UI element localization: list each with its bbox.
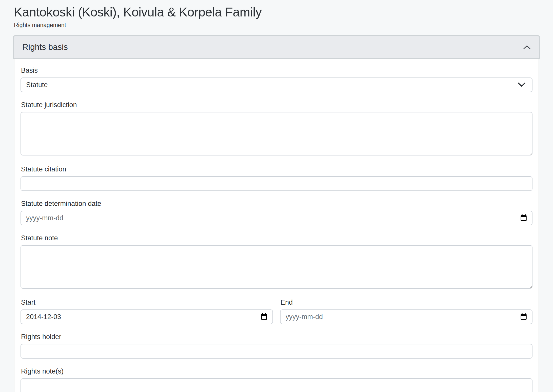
basis-field: Basis Statute (21, 66, 532, 92)
chevron-up-icon (523, 45, 531, 49)
statute-citation-label: Statute citation (21, 165, 532, 173)
end-date-input[interactable] (281, 310, 519, 324)
start-input-wrap (21, 309, 273, 324)
page-title: Kantokoski (Koski), Koivula & Korpela Fa… (14, 5, 539, 20)
rights-holder-field: Rights holder (21, 333, 532, 359)
page-header: Kantokoski (Koski), Koivula & Korpela Fa… (0, 0, 553, 29)
calendar-icon[interactable] (519, 312, 528, 321)
statute-note-label: Statute note (21, 234, 532, 242)
rights-basis-section-header[interactable]: Rights basis (13, 35, 540, 59)
rights-basis-form: Basis Statute Statute jurisdiction Statu… (14, 59, 539, 392)
basis-label: Basis (21, 66, 532, 74)
statute-jurisdiction-textarea[interactable] (21, 112, 532, 155)
end-field: End (280, 298, 532, 324)
statute-jurisdiction-field: Statute jurisdiction (21, 101, 532, 156)
rights-holder-label: Rights holder (21, 333, 532, 341)
statute-determination-date-input-wrap (21, 211, 532, 225)
rights-basis-section: Rights basis Basis Statute Statute juris… (13, 35, 540, 392)
rights-notes-textarea[interactable] (21, 378, 532, 392)
statute-determination-date-input[interactable] (21, 211, 519, 225)
statute-jurisdiction-label: Statute jurisdiction (21, 101, 532, 109)
start-date-input[interactable] (21, 310, 260, 324)
end-input-wrap (280, 309, 532, 324)
statute-citation-field: Statute citation (21, 165, 532, 191)
statute-determination-date-field: Statute determination date (21, 200, 532, 225)
basis-selected-value: Statute (26, 81, 48, 89)
statute-determination-date-label: Statute determination date (21, 200, 532, 208)
statute-citation-input[interactable] (21, 176, 532, 191)
date-range-row: Start End (21, 298, 532, 324)
start-field: Start (21, 298, 273, 324)
rights-notes-label: Rights note(s) (21, 367, 532, 375)
page-subtitle: Rights management (14, 22, 539, 29)
rights-holder-input[interactable] (21, 344, 532, 359)
statute-note-field: Statute note (21, 234, 532, 290)
calendar-icon[interactable] (260, 312, 268, 321)
chevron-down-icon (517, 81, 526, 89)
calendar-icon[interactable] (519, 213, 528, 223)
rights-notes-field: Rights note(s) (21, 367, 532, 392)
start-label: Start (21, 298, 273, 306)
basis-select[interactable]: Statute (21, 77, 532, 92)
statute-note-textarea[interactable] (21, 245, 532, 289)
section-title: Rights basis (22, 42, 68, 52)
end-label: End (281, 298, 532, 306)
